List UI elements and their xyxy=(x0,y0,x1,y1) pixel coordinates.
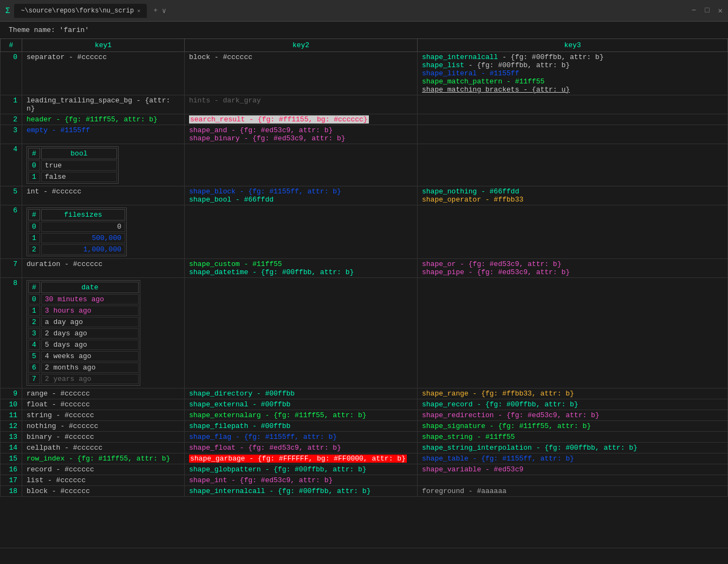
table-row: 1 leading_trailing_space_bg - {attr: n} … xyxy=(1,95,728,114)
table-row: 15 row_index - {fg: #11ff55, attr: b} sh… xyxy=(1,453,728,464)
maximize-button[interactable]: □ xyxy=(705,6,709,15)
table-row: 5 int - #cccccc shape_block - {fg: #1155… xyxy=(1,186,728,205)
title-bar: Σ ~\source\repos\forks\nu_scrip ✕ + ∨ − … xyxy=(0,0,728,22)
table-row: 13 binary - #cccccc shape_flag - {fg: #1… xyxy=(1,432,728,443)
table-row: 10 float - #cccccc shape_external - #00f… xyxy=(1,399,728,410)
table-row: 0 separator - #cccccc block - #cccccc sh… xyxy=(1,52,728,95)
dropdown-icon[interactable]: ∨ xyxy=(162,7,166,15)
inner-filesizes-header: filesizes xyxy=(41,209,125,221)
table-row: 12 nothing - #cccccc shape_filepath - #0… xyxy=(1,421,728,432)
table-row: 3 empty - #1155ff shape_and - {fg: #ed53… xyxy=(1,125,728,144)
terminal-icon: Σ xyxy=(5,7,10,15)
table-row: 9 range - #cccccc shape_directory - #00f… xyxy=(1,388,728,399)
tab-close-icon[interactable]: ✕ xyxy=(137,8,140,14)
theme-line: Theme name: 'farin' xyxy=(0,22,728,38)
new-tab-icon[interactable]: + xyxy=(153,7,158,15)
col-header-key3: key3 xyxy=(418,39,728,52)
table-row: 2 header - {fg: #11ff55, attr: b} search… xyxy=(1,114,728,125)
inner-date-header: date xyxy=(41,282,139,293)
table-row: 6 # filesizes 0 0 xyxy=(1,205,728,259)
bottom-bar xyxy=(0,548,728,559)
col-header-key2: key2 xyxy=(185,39,418,52)
tab[interactable]: ~\source\repos\forks\nu_scrip ✕ xyxy=(14,4,147,18)
table-row: 17 list - #cccccc shape_int - {fg: #ed53… xyxy=(1,475,728,486)
inner-hash2: # xyxy=(28,209,40,221)
minimize-button[interactable]: − xyxy=(692,6,696,15)
col-header-key1: key1 xyxy=(22,39,185,52)
col-header-hash: # xyxy=(1,39,22,52)
tab-label: ~\source\repos\forks\nu_scrip xyxy=(21,7,134,15)
table-row: 11 string - #cccccc shape_externalarg - … xyxy=(1,410,728,421)
inner-bool-header: bool xyxy=(41,148,117,159)
inner-hash3: # xyxy=(28,282,40,293)
table-row: 18 block - #cccccc shape_internalcall - … xyxy=(1,486,728,497)
table-row: 7 duration - #cccccc shape_custom - #11f… xyxy=(1,259,728,278)
table-row: 16 record - #cccccc shape_globpattern - … xyxy=(1,464,728,475)
table-row: 4 # bool 0 true xyxy=(1,144,728,186)
table-row: 8 # date 0 30 minutes ago xyxy=(1,278,728,388)
close-button[interactable]: ✕ xyxy=(718,6,723,15)
table-row: 14 cellpath - #cccccc shape_float - {fg:… xyxy=(1,443,728,453)
inner-hash: # xyxy=(28,148,40,159)
